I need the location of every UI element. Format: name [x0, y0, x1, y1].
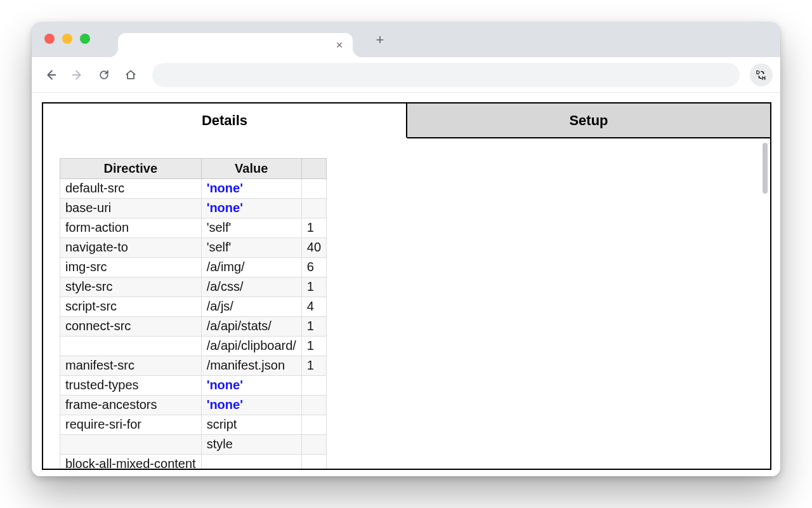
cell-value: 'none'	[201, 376, 301, 396]
table-row: script-src/a/js/4	[60, 297, 327, 317]
table-row: default-src'none'	[60, 179, 327, 199]
table-header-row: Directive Value	[60, 159, 327, 179]
window-close-button[interactable]	[44, 34, 55, 44]
nav-back-button[interactable]	[39, 64, 62, 86]
arrow-left-icon	[44, 68, 58, 82]
cell-value: 'self'	[201, 238, 301, 258]
table-row: form-action'self'1	[60, 218, 327, 238]
cell-value: 'self'	[201, 218, 301, 238]
table-row: navigate-to'self'40	[60, 238, 327, 258]
cell-directive: manifest-src	[60, 356, 202, 376]
cell-directive: navigate-to	[60, 238, 202, 258]
svg-text:H: H	[762, 76, 766, 81]
cell-count	[301, 435, 326, 455]
cell-count: 1	[301, 337, 326, 356]
tab-setup[interactable]: Setup	[407, 104, 770, 138]
cell-count	[301, 199, 326, 218]
browser-tab-active[interactable]: ×	[118, 33, 353, 57]
cell-count: 1	[301, 356, 326, 376]
panel-tabs: Details Setup	[43, 104, 770, 139]
cell-value: /a/js/	[201, 297, 301, 317]
toolbar: D H	[32, 57, 780, 92]
cell-value: /manifest.json	[201, 356, 301, 376]
cell-directive: trusted-types	[60, 376, 202, 396]
cell-value: /a/api/clipboard/	[201, 337, 301, 356]
address-bar[interactable]	[152, 63, 740, 87]
cell-value: /a/api/stats/	[201, 317, 301, 337]
cell-count	[301, 455, 326, 469]
panel-body: Directive Value default-src'none'base-ur…	[43, 139, 770, 469]
table-row: block-all-mixed-content	[60, 455, 327, 469]
csp-table: Directive Value default-src'none'base-ur…	[60, 158, 327, 469]
nav-forward-button[interactable]	[66, 64, 89, 86]
window-controls	[44, 34, 90, 44]
table-row: connect-src/a/api/stats/1	[60, 317, 327, 337]
table-row: trusted-types'none'	[60, 376, 327, 396]
col-count	[301, 159, 326, 179]
browser-window: × + D H	[32, 22, 780, 476]
table-row: /a/api/clipboard/1	[60, 337, 327, 356]
cell-count: 1	[301, 218, 326, 238]
table-row: frame-ancestors'none'	[60, 396, 327, 415]
cell-directive: frame-ancestors	[60, 396, 202, 415]
table-row: img-src/a/img/6	[60, 258, 327, 277]
extension-icon: D H	[754, 68, 768, 82]
cell-count: 40	[301, 238, 326, 258]
window-zoom-button[interactable]	[80, 34, 90, 44]
cell-count	[301, 396, 326, 415]
titlebar: × +	[32, 22, 780, 57]
nav-reload-button[interactable]	[93, 64, 115, 86]
tab-close-icon[interactable]: ×	[334, 39, 345, 51]
cell-directive: block-all-mixed-content	[60, 455, 202, 469]
cell-directive: connect-src	[60, 317, 202, 337]
cell-directive	[60, 337, 202, 356]
cell-value: /a/img/	[201, 258, 301, 277]
cell-count	[301, 415, 326, 435]
cell-value: 'none'	[201, 396, 301, 415]
cell-value: script	[201, 415, 301, 435]
svg-text:D: D	[756, 70, 760, 76]
csp-panel: Details Setup Directive Value def	[42, 102, 771, 470]
table-row: base-uri'none'	[60, 199, 327, 218]
cell-directive: img-src	[60, 258, 202, 277]
cell-directive	[60, 435, 202, 455]
window-minimize-button[interactable]	[62, 34, 72, 44]
tab-details[interactable]: Details	[43, 104, 407, 138]
cell-value: style	[201, 435, 301, 455]
cell-directive: form-action	[60, 218, 202, 238]
cell-value	[201, 455, 301, 469]
cell-count	[301, 179, 326, 199]
table-row: manifest-src/manifest.json1	[60, 356, 327, 376]
cell-value: /a/css/	[201, 277, 301, 297]
table-row: style	[60, 435, 327, 455]
new-tab-button[interactable]: +	[370, 30, 390, 50]
col-value: Value	[201, 159, 301, 179]
page-content: Details Setup Directive Value def	[32, 92, 780, 476]
cell-directive: require-sri-for	[60, 415, 202, 435]
cell-count: 4	[301, 297, 326, 317]
cell-count: 6	[301, 258, 326, 277]
cell-count: 1	[301, 277, 326, 297]
cell-directive: script-src	[60, 297, 202, 317]
cell-directive: default-src	[60, 179, 202, 199]
cell-value: 'none'	[201, 179, 301, 199]
arrow-right-icon	[70, 68, 84, 82]
cell-value: 'none'	[201, 199, 301, 218]
home-icon	[124, 69, 137, 81]
table-row: require-sri-forscript	[60, 415, 327, 435]
cell-count: 1	[301, 317, 326, 337]
col-directive: Directive	[60, 159, 202, 179]
reload-icon	[98, 69, 110, 81]
cell-count	[301, 376, 326, 396]
scrollbar-thumb[interactable]	[763, 143, 768, 194]
tab-strip: × +	[118, 22, 390, 57]
table-row: style-src/a/css/1	[60, 277, 327, 297]
cell-directive: base-uri	[60, 199, 202, 218]
cell-directive: style-src	[60, 277, 202, 297]
extension-button[interactable]: D H	[750, 64, 773, 86]
nav-home-button[interactable]	[119, 64, 142, 86]
